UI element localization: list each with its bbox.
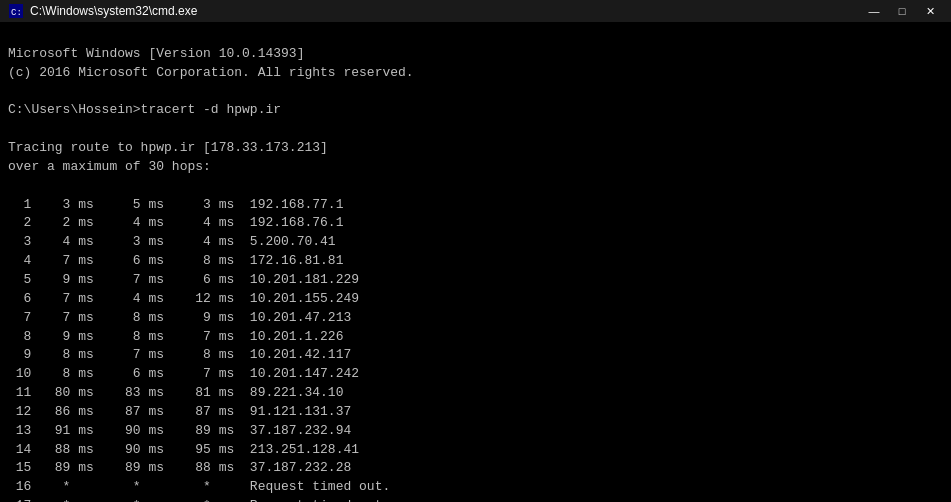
terminal-line: 4 7 ms 6 ms 8 ms 172.16.81.81	[8, 252, 943, 271]
terminal-line: 15 89 ms 89 ms 88 ms 37.187.232.28	[8, 459, 943, 478]
terminal-line: 11 80 ms 83 ms 81 ms 89.221.34.10	[8, 384, 943, 403]
terminal-line: 7 7 ms 8 ms 9 ms 10.201.47.213	[8, 309, 943, 328]
terminal-line: 16 * * * Request timed out.	[8, 478, 943, 497]
terminal-line: over a maximum of 30 hops:	[8, 158, 943, 177]
terminal-line: 6 7 ms 4 ms 12 ms 10.201.155.249	[8, 290, 943, 309]
terminal-line: 10 8 ms 6 ms 7 ms 10.201.147.242	[8, 365, 943, 384]
terminal-body: Microsoft Windows [Version 10.0.14393](c…	[0, 22, 951, 502]
terminal-line: 2 2 ms 4 ms 4 ms 192.168.76.1	[8, 214, 943, 233]
terminal-line: 13 91 ms 90 ms 89 ms 37.187.232.94	[8, 422, 943, 441]
titlebar-title: C:\Windows\system32\cmd.exe	[30, 4, 197, 18]
cmd-icon: C:	[8, 3, 24, 19]
terminal-line: 5 9 ms 7 ms 6 ms 10.201.181.229	[8, 271, 943, 290]
terminal-line: 9 8 ms 7 ms 8 ms 10.201.42.117	[8, 346, 943, 365]
minimize-button[interactable]: —	[861, 2, 887, 20]
terminal-line	[8, 177, 943, 196]
close-button[interactable]: ✕	[917, 2, 943, 20]
svg-text:C:: C:	[11, 8, 22, 18]
terminal-line: 1 3 ms 5 ms 3 ms 192.168.77.1	[8, 196, 943, 215]
terminal-line: 12 86 ms 87 ms 87 ms 91.121.131.37	[8, 403, 943, 422]
terminal-line: (c) 2016 Microsoft Corporation. All righ…	[8, 64, 943, 83]
terminal-line: 8 9 ms 8 ms 7 ms 10.201.1.226	[8, 328, 943, 347]
terminal-line: Microsoft Windows [Version 10.0.14393]	[8, 45, 943, 64]
terminal-line: C:\Users\Hossein>tracert -d hpwp.ir	[8, 101, 943, 120]
maximize-button[interactable]: □	[889, 2, 915, 20]
terminal-line: Tracing route to hpwp.ir [178.33.173.213…	[8, 139, 943, 158]
terminal-line	[8, 83, 943, 102]
terminal-line: 14 88 ms 90 ms 95 ms 213.251.128.41	[8, 441, 943, 460]
terminal-line: 3 4 ms 3 ms 4 ms 5.200.70.41	[8, 233, 943, 252]
titlebar-left: C: C:\Windows\system32\cmd.exe	[8, 3, 197, 19]
terminal-line: 17 * * * Request timed out.	[8, 497, 943, 502]
terminal-line	[8, 120, 943, 139]
titlebar: C: C:\Windows\system32\cmd.exe — □ ✕	[0, 0, 951, 22]
titlebar-controls: — □ ✕	[861, 2, 943, 20]
